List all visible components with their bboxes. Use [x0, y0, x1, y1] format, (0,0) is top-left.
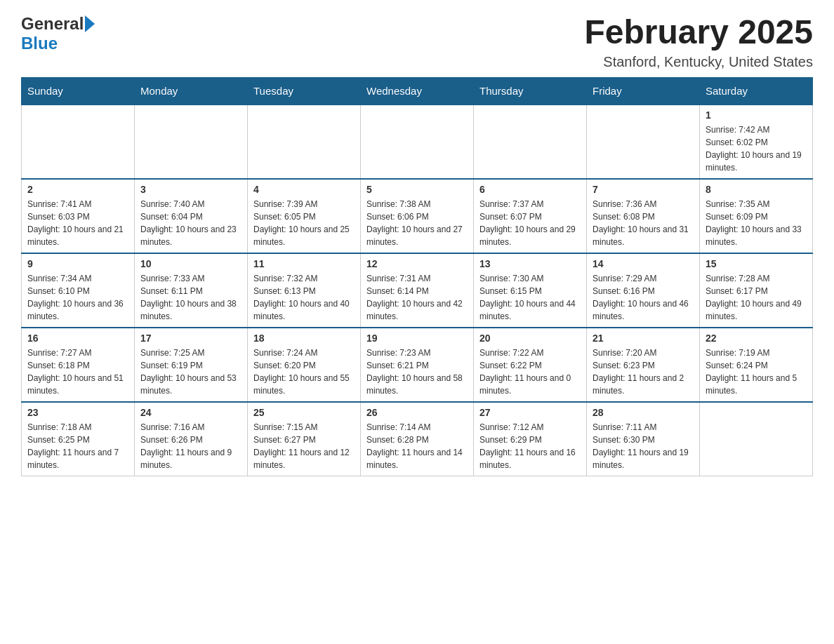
calendar-cell: 6Sunrise: 7:37 AMSunset: 6:07 PMDaylight… [474, 179, 587, 253]
calendar-cell: 2Sunrise: 7:41 AMSunset: 6:03 PMDaylight… [22, 179, 135, 253]
day-info: Sunrise: 7:40 AMSunset: 6:04 PMDaylight:… [140, 198, 241, 248]
calendar-cell: 23Sunrise: 7:18 AMSunset: 6:25 PMDayligh… [22, 402, 135, 476]
day-number: 13 [479, 258, 581, 269]
day-of-week-header: Sunday [22, 77, 135, 105]
month-title: February 2025 [584, 14, 813, 51]
calendar-week-row: 2Sunrise: 7:41 AMSunset: 6:03 PMDaylight… [22, 179, 813, 253]
day-info: Sunrise: 7:23 AMSunset: 6:21 PMDaylight:… [366, 347, 468, 397]
day-number: 19 [366, 333, 468, 344]
day-number: 14 [593, 258, 694, 269]
day-info: Sunrise: 7:32 AMSunset: 6:13 PMDaylight:… [253, 272, 355, 323]
calendar-cell: 21Sunrise: 7:20 AMSunset: 6:23 PMDayligh… [587, 328, 700, 402]
day-info: Sunrise: 7:25 AMSunset: 6:19 PMDaylight:… [140, 347, 241, 397]
calendar-week-row: 16Sunrise: 7:27 AMSunset: 6:18 PMDayligh… [22, 328, 813, 402]
day-number: 23 [27, 407, 128, 418]
day-info: Sunrise: 7:37 AMSunset: 6:07 PMDaylight:… [479, 198, 581, 248]
title-section: February 2025 Stanford, Kentucky, United… [584, 14, 813, 70]
calendar-cell [361, 105, 474, 179]
page-header: General Blue February 2025 Stanford, Ken… [21, 14, 813, 70]
day-number: 7 [593, 184, 694, 195]
day-of-week-header: Friday [587, 77, 700, 105]
day-number: 25 [253, 407, 355, 418]
calendar-cell: 17Sunrise: 7:25 AMSunset: 6:19 PMDayligh… [135, 328, 248, 402]
day-of-week-header: Monday [135, 77, 248, 105]
day-number: 3 [140, 184, 241, 195]
calendar-cell: 1Sunrise: 7:42 AMSunset: 6:02 PMDaylight… [700, 105, 813, 179]
calendar-cell [248, 105, 361, 179]
calendar-week-row: 1Sunrise: 7:42 AMSunset: 6:02 PMDaylight… [22, 105, 813, 179]
day-number: 21 [593, 333, 694, 344]
calendar-cell: 11Sunrise: 7:32 AMSunset: 6:13 PMDayligh… [248, 253, 361, 328]
day-number: 15 [706, 258, 807, 269]
day-number: 24 [140, 407, 241, 418]
day-number: 9 [27, 258, 128, 269]
calendar-cell: 28Sunrise: 7:11 AMSunset: 6:30 PMDayligh… [587, 402, 700, 476]
calendar-cell: 4Sunrise: 7:39 AMSunset: 6:05 PMDaylight… [248, 179, 361, 253]
calendar-cell: 3Sunrise: 7:40 AMSunset: 6:04 PMDaylight… [135, 179, 248, 253]
calendar-cell: 16Sunrise: 7:27 AMSunset: 6:18 PMDayligh… [22, 328, 135, 402]
day-number: 4 [253, 184, 355, 195]
calendar-cell: 18Sunrise: 7:24 AMSunset: 6:20 PMDayligh… [248, 328, 361, 402]
calendar-cell: 19Sunrise: 7:23 AMSunset: 6:21 PMDayligh… [361, 328, 474, 402]
calendar-cell: 12Sunrise: 7:31 AMSunset: 6:14 PMDayligh… [361, 253, 474, 328]
calendar-cell: 9Sunrise: 7:34 AMSunset: 6:10 PMDaylight… [22, 253, 135, 328]
calendar-cell [135, 105, 248, 179]
calendar-cell: 5Sunrise: 7:38 AMSunset: 6:06 PMDaylight… [361, 179, 474, 253]
calendar-cell: 14Sunrise: 7:29 AMSunset: 6:16 PMDayligh… [587, 253, 700, 328]
day-info: Sunrise: 7:38 AMSunset: 6:06 PMDaylight:… [366, 198, 468, 248]
day-of-week-header: Wednesday [361, 77, 474, 105]
calendar-cell: 26Sunrise: 7:14 AMSunset: 6:28 PMDayligh… [361, 402, 474, 476]
day-number: 20 [479, 333, 581, 344]
calendar-cell: 10Sunrise: 7:33 AMSunset: 6:11 PMDayligh… [135, 253, 248, 328]
calendar-cell: 25Sunrise: 7:15 AMSunset: 6:27 PMDayligh… [248, 402, 361, 476]
day-info: Sunrise: 7:16 AMSunset: 6:26 PMDaylight:… [140, 421, 241, 471]
logo-chevron-icon [85, 15, 95, 32]
day-info: Sunrise: 7:33 AMSunset: 6:11 PMDaylight:… [140, 272, 241, 323]
day-info: Sunrise: 7:28 AMSunset: 6:17 PMDaylight:… [706, 272, 807, 323]
calendar-cell: 24Sunrise: 7:16 AMSunset: 6:26 PMDayligh… [135, 402, 248, 476]
day-info: Sunrise: 7:19 AMSunset: 6:24 PMDaylight:… [706, 347, 807, 397]
day-info: Sunrise: 7:27 AMSunset: 6:18 PMDaylight:… [27, 347, 128, 397]
calendar-week-row: 9Sunrise: 7:34 AMSunset: 6:10 PMDaylight… [22, 253, 813, 328]
day-info: Sunrise: 7:31 AMSunset: 6:14 PMDaylight:… [366, 272, 468, 323]
calendar-cell: 13Sunrise: 7:30 AMSunset: 6:15 PMDayligh… [474, 253, 587, 328]
day-info: Sunrise: 7:30 AMSunset: 6:15 PMDaylight:… [479, 272, 581, 323]
day-number: 8 [706, 184, 807, 195]
day-number: 26 [366, 407, 468, 418]
day-info: Sunrise: 7:24 AMSunset: 6:20 PMDaylight:… [253, 347, 355, 397]
day-info: Sunrise: 7:42 AMSunset: 6:02 PMDaylight:… [706, 123, 807, 174]
calendar-header-row: SundayMondayTuesdayWednesdayThursdayFrid… [22, 77, 813, 105]
day-info: Sunrise: 7:41 AMSunset: 6:03 PMDaylight:… [27, 198, 128, 248]
day-info: Sunrise: 7:15 AMSunset: 6:27 PMDaylight:… [253, 421, 355, 471]
location-text: Stanford, Kentucky, United States [584, 54, 813, 70]
day-of-week-header: Tuesday [248, 77, 361, 105]
day-number: 12 [366, 258, 468, 269]
day-number: 18 [253, 333, 355, 344]
logo-general-text: General [21, 14, 84, 34]
day-info: Sunrise: 7:14 AMSunset: 6:28 PMDaylight:… [366, 421, 468, 471]
calendar-cell [587, 105, 700, 179]
day-number: 10 [140, 258, 241, 269]
day-number: 5 [366, 184, 468, 195]
calendar-cell: 27Sunrise: 7:12 AMSunset: 6:29 PMDayligh… [474, 402, 587, 476]
day-info: Sunrise: 7:20 AMSunset: 6:23 PMDaylight:… [593, 347, 694, 397]
day-number: 1 [706, 109, 807, 121]
calendar-table: SundayMondayTuesdayWednesdayThursdayFrid… [21, 77, 813, 476]
day-info: Sunrise: 7:18 AMSunset: 6:25 PMDaylight:… [27, 421, 128, 471]
day-of-week-header: Saturday [700, 77, 813, 105]
calendar-cell [474, 105, 587, 179]
calendar-cell: 20Sunrise: 7:22 AMSunset: 6:22 PMDayligh… [474, 328, 587, 402]
day-info: Sunrise: 7:12 AMSunset: 6:29 PMDaylight:… [479, 421, 581, 471]
day-info: Sunrise: 7:39 AMSunset: 6:05 PMDaylight:… [253, 198, 355, 248]
day-info: Sunrise: 7:29 AMSunset: 6:16 PMDaylight:… [593, 272, 694, 323]
day-number: 2 [27, 184, 128, 195]
calendar-cell [700, 402, 813, 476]
calendar-cell [22, 105, 135, 179]
day-info: Sunrise: 7:34 AMSunset: 6:10 PMDaylight:… [27, 272, 128, 323]
calendar-cell: 22Sunrise: 7:19 AMSunset: 6:24 PMDayligh… [700, 328, 813, 402]
day-info: Sunrise: 7:11 AMSunset: 6:30 PMDaylight:… [593, 421, 694, 471]
day-info: Sunrise: 7:36 AMSunset: 6:08 PMDaylight:… [593, 198, 694, 248]
calendar-cell: 15Sunrise: 7:28 AMSunset: 6:17 PMDayligh… [700, 253, 813, 328]
day-number: 28 [593, 407, 694, 418]
day-of-week-header: Thursday [474, 77, 587, 105]
